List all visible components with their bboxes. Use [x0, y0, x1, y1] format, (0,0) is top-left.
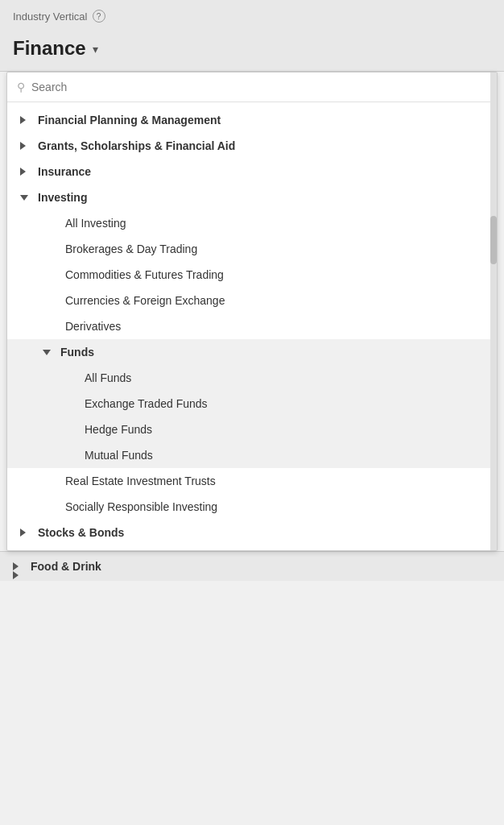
- bottom-item-label: Food & Drink: [31, 560, 101, 573]
- item-label: Currencies & Foreign Exchange: [65, 294, 225, 307]
- item-label: Grants, Scholarships & Financial Aid: [38, 139, 235, 152]
- header-section: Industry Vertical ? Finance ▾: [0, 0, 504, 72]
- expand-icon: [20, 167, 30, 176]
- tree-item-investing[interactable]: Investing: [7, 184, 497, 210]
- tree-item-grants[interactable]: Grants, Scholarships & Financial Aid: [7, 133, 497, 159]
- item-label: Real Estate Investment Trusts: [65, 475, 216, 487]
- item-label: All Investing: [65, 217, 126, 230]
- tree-item-real-estate[interactable]: Real Estate Investment Trusts: [7, 468, 497, 494]
- item-label: Mutual Funds: [85, 449, 153, 462]
- tree-list: Financial Planning & Management Grants, …: [7, 102, 497, 550]
- tree-item-insurance[interactable]: Insurance: [7, 159, 497, 184]
- tree-item-etf[interactable]: Exchange Traded Funds: [7, 391, 497, 417]
- tree-item-financial-planning[interactable]: Financial Planning & Management: [7, 107, 497, 133]
- tree-item-derivatives[interactable]: Derivatives: [7, 313, 497, 339]
- dropdown-arrow-icon: ▾: [93, 43, 98, 56]
- expand-icon: [20, 141, 30, 151]
- item-label: Investing: [38, 191, 87, 204]
- item-label: Socially Responsible Investing: [65, 500, 217, 513]
- tree-item-brokerages[interactable]: Brokerages & Day Trading: [7, 236, 497, 262]
- item-label: Exchange Traded Funds: [85, 397, 208, 410]
- item-label: Commodities & Futures Trading: [65, 268, 224, 281]
- industry-label: Industry Vertical: [13, 10, 88, 23]
- tree-item-commodities[interactable]: Commodities & Futures Trading: [7, 262, 497, 288]
- expand-icon: [20, 115, 30, 125]
- tree-item-all-investing[interactable]: All Investing: [7, 210, 497, 236]
- bottom-section-peek: Food & Drink: [0, 551, 504, 581]
- tree-item-hedge-funds[interactable]: Hedge Funds: [7, 417, 497, 442]
- item-label: Stocks & Bonds: [38, 526, 124, 539]
- item-label: Insurance: [38, 165, 91, 178]
- item-label: Hedge Funds: [85, 423, 152, 436]
- help-icon[interactable]: ?: [93, 10, 105, 23]
- finance-selector[interactable]: Finance ▾: [13, 29, 491, 71]
- scrollbar-thumb[interactable]: [490, 216, 497, 264]
- scrollbar-track[interactable]: [490, 73, 497, 550]
- tree-item-socially-responsible[interactable]: Socially Responsible Investing: [7, 494, 497, 520]
- industry-label-row: Industry Vertical ?: [13, 10, 491, 23]
- funds-section: Funds All Funds Exchange Traded Funds He…: [7, 339, 497, 468]
- tree-item-funds[interactable]: Funds: [7, 339, 497, 365]
- dropdown-panel: ⚲ Financial Planning & Management Grants…: [6, 72, 498, 551]
- collapse-icon: [20, 193, 30, 202]
- item-label: All Funds: [85, 371, 131, 384]
- search-icon: ⚲: [17, 81, 25, 93]
- tree-item-currencies[interactable]: Currencies & Foreign Exchange: [7, 288, 497, 313]
- item-label: Brokerages & Day Trading: [65, 243, 197, 255]
- selected-vertical: Finance: [13, 37, 86, 60]
- item-label: Funds: [60, 346, 94, 359]
- search-input[interactable]: [31, 81, 487, 93]
- tree-item-mutual-funds[interactable]: Mutual Funds: [7, 442, 497, 468]
- expand-icon-bottom: [13, 562, 23, 571]
- search-box: ⚲: [7, 73, 497, 102]
- item-label: Financial Planning & Management: [38, 114, 221, 126]
- expand-icon: [20, 528, 30, 537]
- collapse-icon: [43, 347, 52, 357]
- item-label: Derivatives: [65, 320, 121, 333]
- tree-item-stocks-bonds[interactable]: Stocks & Bonds: [7, 520, 497, 545]
- tree-item-all-funds[interactable]: All Funds: [7, 365, 497, 391]
